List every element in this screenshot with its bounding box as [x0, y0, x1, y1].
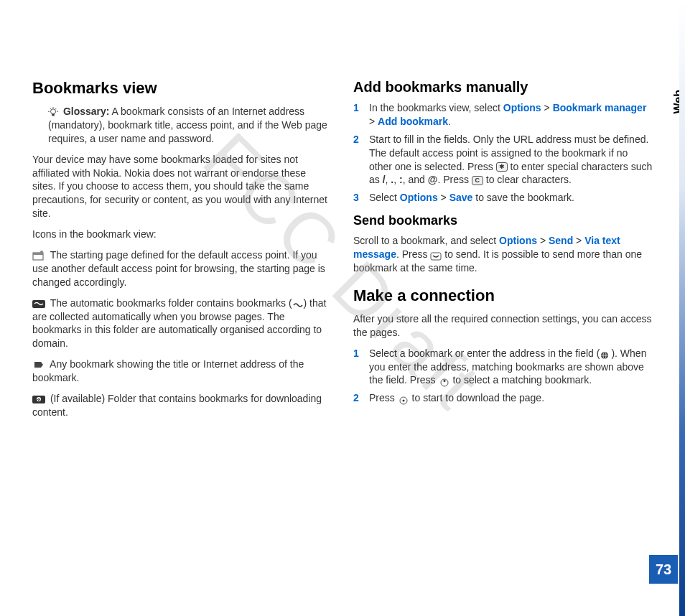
svg-point-20	[402, 399, 404, 401]
conn-step-2: Press to start to download the page.	[353, 391, 653, 405]
page-container: FCC Draft Bookmarks view Glossary	[0, 0, 685, 616]
svg-line-5	[55, 108, 56, 109]
add-step-3-text-b: to save the bookmark.	[472, 192, 574, 203]
icons-intro-paragraph: Icons in the bookmark view:	[32, 228, 332, 241]
right-column: Add bookmarks manually In the bookmarks …	[353, 79, 653, 426]
connection-list: Select a bookmark or enter the address i…	[353, 347, 653, 406]
conn-step-2-text-a: Press	[369, 392, 398, 403]
clear-key-icon: C	[472, 176, 483, 185]
any-bookmark-paragraph: Any bookmark showing the title or Intern…	[32, 358, 332, 385]
side-gradient-bar	[679, 0, 685, 616]
add-step-2: Start to fill in the fields. Only the UR…	[353, 133, 653, 187]
conn-step-2-text-b: to start to download the page.	[412, 392, 544, 403]
auto-folder-icon	[32, 299, 45, 309]
bookmark-icon	[32, 360, 45, 370]
cmd-send: Send	[549, 235, 573, 246]
home-page-icon	[32, 251, 45, 261]
up-scroll-key-icon	[439, 377, 450, 386]
cmd-options-3: Options	[499, 235, 537, 246]
page-number: 73	[649, 555, 678, 584]
conn-step-1-text-a: Select a bookmark or enter the address i…	[369, 347, 600, 359]
send-paragraph: Scroll to a bookmark, and select Options…	[353, 234, 653, 275]
download-folder-icon	[32, 394, 45, 404]
svg-rect-6	[52, 114, 55, 116]
cmd-options: Options	[503, 102, 541, 113]
svg-point-18	[443, 380, 445, 382]
cmd-bookmark-manager: Bookmark manager	[553, 102, 647, 113]
call-key-icon	[430, 251, 442, 259]
svg-line-4	[50, 108, 51, 109]
starting-page-paragraph: The starting page defined for the defaul…	[32, 248, 332, 289]
svg-point-9	[40, 251, 43, 253]
send-text-2: . Press	[396, 248, 430, 260]
download-folder-paragraph: (If available) Folder that contains book…	[32, 392, 332, 419]
starting-page-text: The starting page defined for the defaul…	[32, 249, 325, 288]
make-connection-heading: Make a connection	[353, 286, 653, 305]
add-step-1: In the bookmarks view, select Options > …	[353, 101, 653, 129]
center-scroll-key-icon	[398, 395, 409, 403]
add-bookmarks-list: In the bookmarks view, select Options > …	[353, 101, 653, 205]
cmd-save: Save	[449, 192, 473, 203]
glossary-paragraph: Glossary: A bookmark consists of an Inte…	[32, 105, 332, 146]
add-bookmarks-heading: Add bookmarks manually	[353, 79, 653, 95]
globe-icon	[600, 350, 611, 358]
send-bookmarks-heading: Send bookmarks	[353, 213, 653, 228]
glossary-label: Glossary:	[63, 106, 110, 117]
auto-bookmarks-text-a: The automatic bookmarks folder contains …	[47, 297, 292, 309]
cmd-options-2: Options	[400, 192, 438, 203]
bookmarks-view-heading: Bookmarks view	[32, 79, 332, 98]
auto-bookmarks-paragraph: The automatic bookmarks folder contains …	[32, 297, 332, 351]
left-column: Bookmarks view Glossary: A bookmark cons…	[32, 79, 332, 426]
conn-step-1-text-c: to select a matching bookmark.	[452, 374, 592, 386]
svg-point-0	[51, 109, 56, 114]
affiliation-paragraph: Your device may have some bookmarks load…	[32, 153, 332, 220]
wave-icon	[292, 299, 304, 308]
add-step-3-text-a: Select	[369, 192, 400, 203]
cmd-add-bookmark: Add bookmark	[378, 116, 448, 127]
connection-intro: After you store all the required connect…	[353, 312, 653, 340]
svg-rect-13	[431, 253, 441, 260]
content-columns: Bookmarks view Glossary: A bookmark cons…	[32, 79, 653, 426]
add-step-2-text-c: to clear characters.	[486, 174, 572, 185]
lightbulb-icon	[48, 107, 58, 117]
add-step-1-text: In the bookmarks view, select	[369, 102, 503, 113]
add-step-3: Select Options > Save to save the bookma…	[353, 191, 653, 205]
send-text-1: Scroll to a bookmark, and select	[353, 235, 499, 246]
download-folder-text: (If available) Folder that contains book…	[32, 393, 322, 418]
any-bookmark-text: Any bookmark showing the title or Intern…	[32, 358, 304, 383]
conn-step-1: Select a bookmark or enter the address i…	[353, 347, 653, 388]
star-key-icon: ✱	[496, 162, 508, 172]
